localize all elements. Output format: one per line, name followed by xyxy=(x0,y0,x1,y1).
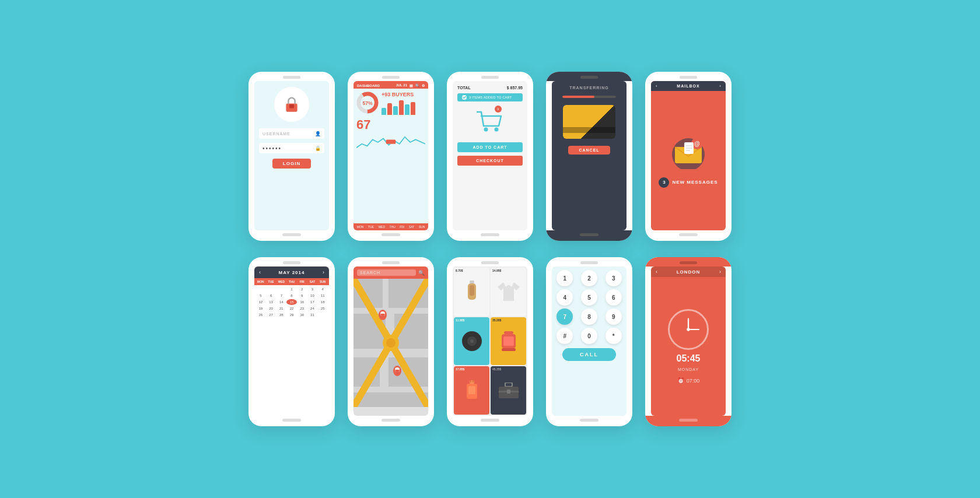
home-button[interactable] xyxy=(282,233,301,236)
dialpad-key-8[interactable]: 8 xyxy=(581,308,597,325)
dashboard-footer: MON TUE WED THU FRI SAT SUN xyxy=(354,223,428,230)
calendar-day[interactable]: 24 xyxy=(307,306,318,311)
prev-city-arrow[interactable]: ‹ xyxy=(656,269,657,275)
svg-marker-38 xyxy=(498,282,520,301)
dialpad-key-4[interactable]: 4 xyxy=(556,289,573,306)
dialpad-key-5[interactable]: 5 xyxy=(581,289,597,306)
username-input[interactable]: USERNAME 👤 xyxy=(259,128,324,139)
calendar-day[interactable]: 13 xyxy=(266,299,276,305)
cart-screen: TOTAL $ 857.95 3 ITEMS ADDED TO CART xyxy=(453,81,527,230)
calendar-header: ‹ MAY 2014 › xyxy=(254,266,329,278)
calendar-day[interactable]: 3 xyxy=(307,286,318,292)
phone-bottom-bar xyxy=(645,416,732,426)
calendar-day[interactable]: 25 xyxy=(317,306,328,311)
svg-point-7 xyxy=(484,128,488,132)
home-button[interactable] xyxy=(481,419,499,422)
shop-item-5[interactable]: 17.65$ xyxy=(454,366,489,415)
dialpad-key-9[interactable]: 9 xyxy=(606,308,622,325)
dialpad-key-star[interactable]: * xyxy=(606,328,622,344)
next-city-arrow[interactable]: › xyxy=(719,269,721,275)
shop-item-6[interactable]: 45.35$ xyxy=(491,366,526,415)
map-search-input[interactable]: SEARCH xyxy=(357,269,416,276)
home-button[interactable] xyxy=(679,233,698,236)
home-button[interactable] xyxy=(481,233,499,236)
shop-item-3[interactable]: 11.90$ xyxy=(454,317,489,366)
home-button[interactable] xyxy=(679,419,698,422)
bar-1 xyxy=(382,108,386,115)
calendar-day[interactable]: 9 xyxy=(297,293,307,299)
day-thu: THU xyxy=(390,225,396,229)
calendar-day[interactable]: 18 xyxy=(317,299,328,305)
calendar-day[interactable]: 1 xyxy=(286,286,297,292)
calendar-day[interactable]: 14 xyxy=(276,299,286,305)
home-button[interactable] xyxy=(580,419,598,422)
password-input[interactable]: •••••• 🔒 xyxy=(259,143,324,153)
calendar-day[interactable]: 31 xyxy=(307,312,318,318)
cart-header: TOTAL $ 857.95 xyxy=(457,86,523,90)
add-to-cart-button[interactable]: ADD TO CART xyxy=(457,142,523,152)
lock-small-icon: 🔒 xyxy=(315,146,321,151)
calendar-day[interactable]: 21 xyxy=(276,306,286,311)
calendar-day[interactable]: 20 xyxy=(266,306,276,311)
calendar-day[interactable]: 22 xyxy=(286,306,297,311)
dialpad-key-hash[interactable]: # xyxy=(556,328,573,344)
login-button[interactable]: LOGIN xyxy=(272,159,311,169)
calendar-week-4: 19 20 21 22 23 24 25 xyxy=(256,306,328,311)
calendar-day[interactable]: 11 xyxy=(317,293,328,299)
calendar-day[interactable]: 16 xyxy=(297,299,307,305)
calendar-day[interactable]: 23 xyxy=(297,306,307,311)
calendar-day[interactable]: 6 xyxy=(266,293,276,299)
svg-rect-51 xyxy=(505,383,512,387)
phone-top-bar xyxy=(348,257,434,266)
home-button[interactable] xyxy=(580,233,598,236)
tshirt-icon xyxy=(498,282,520,301)
calendar-day[interactable]: 5 xyxy=(256,293,266,299)
calendar-day[interactable]: 12 xyxy=(256,299,266,305)
svg-rect-48 xyxy=(468,386,475,394)
calendar-day[interactable]: 2 xyxy=(297,286,307,292)
home-button[interactable] xyxy=(382,233,400,236)
bottle-icon xyxy=(466,280,478,303)
dialpad-key-2[interactable]: 2 xyxy=(581,270,597,286)
day-wed: WED xyxy=(378,225,385,229)
calendar-day[interactable]: 26 xyxy=(256,312,266,318)
buyers-count: +93 BUYERS xyxy=(382,92,415,97)
calendar-week-1: 1 2 3 4 xyxy=(256,286,328,292)
svg-rect-45 xyxy=(502,348,516,351)
calendar-day[interactable]: 8 xyxy=(286,293,297,299)
back-arrow[interactable]: ‹ xyxy=(656,83,657,89)
day-sat: SAT xyxy=(409,225,414,229)
dialpad-key-1[interactable]: 1 xyxy=(556,270,573,286)
shop-item-1[interactable]: 8.70$ xyxy=(454,268,489,316)
calendar-day[interactable]: 29 xyxy=(286,312,297,318)
prev-month-arrow[interactable]: ‹ xyxy=(259,269,261,275)
transfer-title: TRANSFERRING xyxy=(569,86,609,90)
calendar-day[interactable]: 19 xyxy=(256,306,266,311)
shop-item-4[interactable]: 35.20$ xyxy=(491,317,526,366)
calendar-day[interactable]: 7 xyxy=(276,293,286,299)
shop-item-2[interactable]: 14.95$ xyxy=(491,268,526,316)
dialpad-key-3[interactable]: 3 xyxy=(606,270,622,286)
calendar-day[interactable]: 27 xyxy=(266,312,276,318)
calendar-day[interactable]: 4 xyxy=(317,286,328,292)
messages-label: NEW MESSAGES xyxy=(672,180,718,185)
day-fri: FRI xyxy=(400,225,404,229)
calendar-day[interactable]: 28 xyxy=(276,312,286,318)
calendar-day[interactable]: 17 xyxy=(307,299,318,305)
search-placeholder: SEARCH xyxy=(360,271,380,275)
call-button[interactable]: CALL xyxy=(562,348,616,361)
next-month-arrow[interactable]: › xyxy=(323,269,324,275)
dialpad-key-7[interactable]: 7 xyxy=(556,308,573,325)
home-button[interactable] xyxy=(282,419,301,422)
dialpad-key-6[interactable]: 6 xyxy=(606,289,622,306)
map-search-bar: SEARCH 🔍 xyxy=(354,266,428,279)
home-button[interactable] xyxy=(382,419,400,422)
dialpad-key-0[interactable]: 0 xyxy=(581,328,597,344)
calendar-today[interactable]: 15 xyxy=(286,299,297,305)
clock-svg xyxy=(670,309,707,350)
forward-arrow[interactable]: › xyxy=(719,83,721,89)
calendar-day[interactable]: 10 xyxy=(307,293,318,299)
cancel-button[interactable]: CANCEL xyxy=(568,146,610,155)
calendar-day[interactable]: 30 xyxy=(297,312,307,318)
checkout-button[interactable]: CHECKOUT xyxy=(457,156,523,166)
